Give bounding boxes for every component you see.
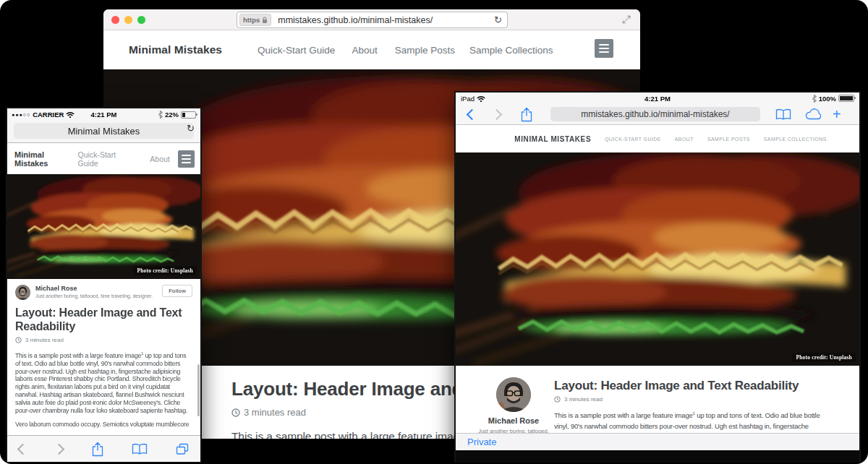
forward-button[interactable] [491,108,503,120]
iphone-toolbar [7,435,200,462]
author-name: Michael Rose [35,285,153,292]
desktop-browser-chrome: https mmistakes.github.io/minimal-mistak… [103,9,640,30]
photo-credit: Photo credit: Unsplash [792,353,856,362]
bookmarks-button[interactable] [132,443,148,455]
https-label: https [243,16,260,24]
feature-image: Photo credit: Unsplash [7,174,200,279]
clock-icon [231,408,240,417]
page-title: Layout: Header Image and Text Readabilit… [15,306,192,333]
ipad-device: iPad 4:21 PM 100% mmistakes.github.io/mi… [456,93,859,461]
share-button[interactable] [520,107,533,122]
iphone-site-nav: Minimal Mistakes Quick-Start Guide About [7,143,200,174]
fullscreen-icon[interactable]: ⤢ [622,13,631,26]
clock-icon [15,337,22,343]
private-browsing-bar: Private [456,433,859,450]
nav-item-quick-start-guide[interactable]: Quick-Start Guide [78,150,137,168]
author-bio: Just another boring, tattooed, [476,428,551,433]
back-button[interactable] [467,108,478,120]
composite-canvas: https mmistakes.github.io/minimal-mistak… [0,0,868,464]
leaves-photo [7,174,200,279]
leaves-photo [456,152,859,366]
author-block: Michael Rose Just another boring, tattoo… [476,366,551,433]
ipad-browser-toolbar: mmistakes.github.io/minimal-mistakes/ + [456,104,859,125]
battery-percent: 22% [165,111,179,119]
post-paragraph-2: Vero laborum commodo occupy. Semiotics v… [15,421,192,429]
nav-item-quick-start-guide[interactable]: QUICK-START GUIDE [605,137,661,142]
nav-item-sample-collections[interactable]: Sample Collections [469,45,553,56]
ipad-bottom-bezel [456,450,859,463]
new-tab-button[interactable]: + [833,107,841,121]
address-bar[interactable]: https mmistakes.github.io/minimal-mistak… [237,12,508,28]
feature-image: Photo credit: Unsplash [456,152,859,366]
avatar [15,285,30,300]
iphone-status-bar: ●●●○○ CARRIER 4:21 PM 22% [7,108,200,121]
post-paragraph: This is a sample post with a large featu… [15,350,192,414]
iphone-device: ●●●○○ CARRIER 4:21 PM 22% Minimal Mistak… [7,108,200,461]
minimize-window-button[interactable] [124,16,132,24]
battery-icon [838,95,854,102]
battery-percent: 100% [819,95,836,103]
lock-icon [262,17,268,24]
post-paragraph: This is a sample post with a large featu… [554,408,835,433]
follow-button[interactable]: Follow [162,285,192,297]
site-brand[interactable]: Minimal Mistakes [129,43,222,56]
clock-icon [554,396,561,403]
nav-item-sample-posts[interactable]: Sample Posts [395,45,455,56]
reload-button[interactable]: ↻ [494,14,502,25]
site-brand[interactable]: MINIMAL MISTAKES [514,135,591,143]
close-window-button[interactable] [111,16,119,24]
hamburger-menu-button[interactable] [595,39,613,58]
scrollbar[interactable] [197,364,200,416]
photo-credit: Photo credit: Unsplash [133,266,197,275]
bluetooth-icon [812,95,817,103]
reload-button[interactable]: ↻ [187,123,195,134]
nav-item-quick-start-guide[interactable]: Quick-Start Guide [258,45,335,56]
author-bio: Just another boring, tattooed, time trav… [35,293,153,298]
author-block: Michael Rose Just another boring, tattoo… [15,285,192,300]
nav-item-about[interactable]: About [150,155,169,163]
nav-item-sample-posts[interactable]: SAMPLE POSTS [707,137,750,142]
read-time: 3 minutes read [15,337,192,343]
page-title: Layout: Header Image and Text Readabilit… [554,379,835,393]
url-field[interactable]: mmistakes.github.io/minimal-mistakes/ [550,107,760,121]
battery-icon [181,111,196,119]
zoom-window-button[interactable] [137,16,145,24]
desktop-site-nav: Minimal Mistakes Quick-Start Guide About… [103,30,640,69]
iphone-url-row: Minimal Mistakes ↻ [7,121,200,143]
icloud-tabs-button[interactable] [804,108,821,120]
nav-item-about[interactable]: ABOUT [675,137,694,142]
https-badge: https [239,14,271,26]
private-button[interactable]: Private [467,437,496,447]
bookmarks-button[interactable] [775,108,791,120]
status-time: 4:21 PM [456,95,859,103]
share-button[interactable] [91,442,104,457]
bluetooth-icon [158,111,163,119]
window-controls [111,16,145,24]
avatar [496,377,531,412]
forward-button[interactable] [53,443,64,455]
tabs-button[interactable] [176,443,189,455]
nav-item-about[interactable]: About [352,45,377,56]
url-field[interactable]: Minimal Mistakes [14,123,194,139]
author-name: Michael Rose [476,416,551,425]
ipad-site-nav: MINIMAL MISTAKES QUICK-START GUIDE ABOUT… [456,125,859,152]
nav-item-sample-collections[interactable]: SAMPLE COLLECTIONS [764,137,827,142]
url-text[interactable]: mmistakes.github.io/minimal-mistakes/ [278,15,433,25]
site-brand[interactable]: Minimal Mistakes [14,150,78,168]
ipad-status-bar: iPad 4:21 PM 100% [456,93,859,104]
read-time: 3 minutes read [554,396,835,403]
ipad-article: Michael Rose Just another boring, tattoo… [456,366,859,433]
back-button[interactable] [17,443,29,455]
iphone-article: Michael Rose Just another boring, tattoo… [7,279,200,435]
hamburger-menu-button[interactable] [178,150,195,168]
